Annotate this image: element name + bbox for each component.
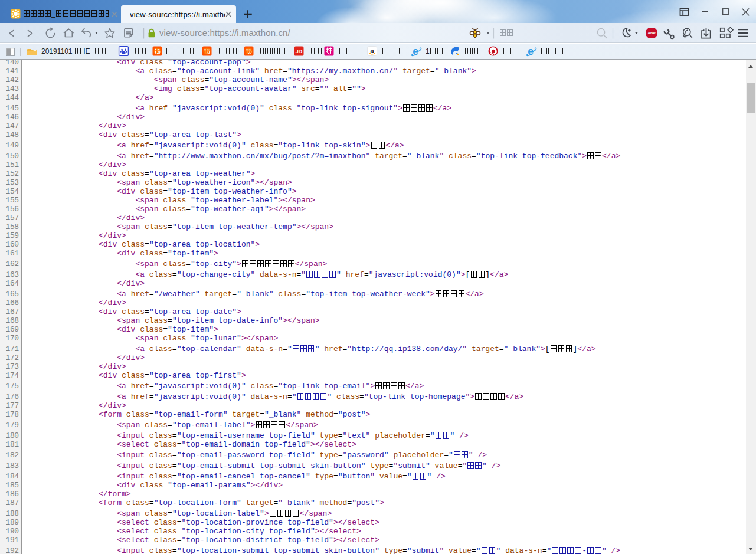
- svg-text:JD: JD: [296, 48, 303, 54]
- svg-text:ABP: ABP: [647, 31, 655, 35]
- svg-text:a: a: [370, 47, 374, 54]
